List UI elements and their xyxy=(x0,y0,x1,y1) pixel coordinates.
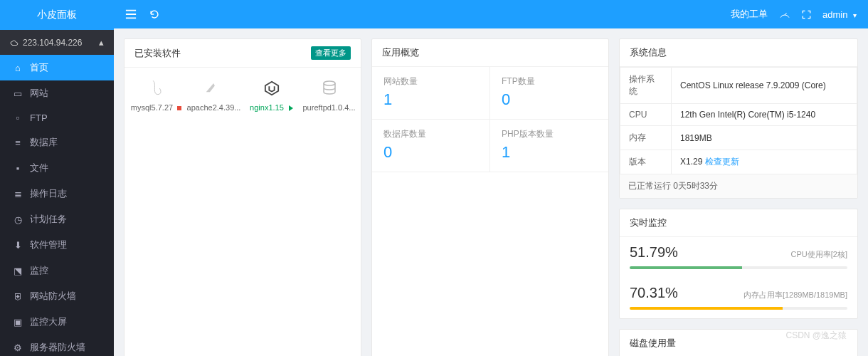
software-icon xyxy=(302,78,356,99)
sysinfo-card: 系统信息 操作系统CentOS Linux release 7.9.2009 (… xyxy=(619,38,858,199)
cloud-icon xyxy=(10,39,18,46)
nav-item-8[interactable]: ⬔监控 xyxy=(0,258,114,283)
view-more-button[interactable]: 查看更多 xyxy=(311,46,351,60)
mem-usage: 70.31% 内存占用率[1289MB/1819MB] xyxy=(620,278,857,318)
software-icon xyxy=(244,78,299,99)
my-tickets-link[interactable]: 我的工单 xyxy=(731,8,768,21)
cpu-bar xyxy=(630,266,742,269)
ip-text: 223.104.94.226 xyxy=(23,38,82,48)
overview-stats: 网站数量1FTP数量0数据库数量0PHP版本数量1 xyxy=(372,67,608,172)
table-row: CPU12th Gen Intel(R) Core(TM) i5-1240 xyxy=(620,104,857,126)
software-item[interactable]: nginx1.15 xyxy=(243,73,300,116)
db-icon: ≡ xyxy=(13,137,23,148)
table-row: 内存1819MB xyxy=(620,126,857,150)
stat-item: PHP版本数量1 xyxy=(490,120,608,172)
card-title: 系统信息 xyxy=(630,46,667,59)
disk-card: 磁盘使用量 51.75%/目录[8.79GB/16.99GB]51.75%/ww… xyxy=(619,329,858,356)
card-title: 实时监控 xyxy=(630,216,667,229)
card-title: 磁盘使用量 xyxy=(630,337,676,350)
nav-item-7[interactable]: ⬇软件管理 xyxy=(0,232,114,258)
nav-item-2[interactable]: ▫FTP xyxy=(0,106,114,130)
refresh-icon[interactable] xyxy=(149,9,159,19)
stat-item: FTP数量0 xyxy=(490,67,608,120)
topbar: 我的工单 admin ▾ xyxy=(114,0,868,28)
nav-item-9[interactable]: ⛨网站防火墙 xyxy=(0,283,114,309)
chart-icon: ⬔ xyxy=(13,266,23,276)
nav-item-10[interactable]: ▣监控大屏 xyxy=(0,309,114,335)
sidebar: 小皮面板 223.104.94.226 ▴ ⌂首页▭网站▫FTP≡数据库▪文件≣… xyxy=(0,0,114,356)
nav-item-5[interactable]: ≣操作日志 xyxy=(0,181,114,206)
monitor-icon: ▭ xyxy=(13,88,23,99)
screen-icon: ▣ xyxy=(13,317,23,328)
nav-item-11[interactable]: ⚙服务器防火墙 xyxy=(0,335,114,356)
software-item[interactable]: mysql5.7.27 xyxy=(127,73,185,116)
clock-icon: ◷ xyxy=(13,214,23,225)
folder-icon: ▪ xyxy=(13,163,23,174)
monitor-card: 实时监控 51.79% CPU使用率[2核] 70.31% 内存占用率[1289… xyxy=(619,209,858,319)
installed-software-card: 已安装软件 查看更多 mysql5.7.27 apache2.4.39... n… xyxy=(124,38,361,356)
nav-item-3[interactable]: ≡数据库 xyxy=(0,130,114,155)
software-item[interactable]: pureftpd1.0.4... xyxy=(300,73,358,116)
chevron-up-icon: ▴ xyxy=(99,37,104,48)
folder-o-icon: ▫ xyxy=(13,112,23,123)
software-icon xyxy=(186,78,241,99)
table-row: 操作系统CentOS Linux release 7.9.2009 (Core) xyxy=(620,68,857,104)
nav-item-0[interactable]: ⌂首页 xyxy=(0,55,114,80)
dashboard-icon[interactable] xyxy=(779,9,790,19)
menu-toggle-icon[interactable] xyxy=(125,9,137,19)
sysinfo-table: 操作系统CentOS Linux release 7.9.2009 (Core)… xyxy=(620,67,857,174)
shield-icon: ⛨ xyxy=(13,291,23,302)
nav-item-1[interactable]: ▭网站 xyxy=(0,80,114,106)
brand-title: 小皮面板 xyxy=(0,0,114,30)
server-icon: ⚙ xyxy=(13,342,23,353)
download-icon: ⬇ xyxy=(13,240,23,251)
ip-switcher[interactable]: 223.104.94.226 ▴ xyxy=(0,30,114,55)
card-title: 应用概览 xyxy=(382,46,419,59)
overview-card: 应用概览 网站数量1FTP数量0数据库数量0PHP版本数量1 xyxy=(371,38,609,356)
software-item[interactable]: apache2.4.39... xyxy=(185,73,243,116)
nav: ⌂首页▭网站▫FTP≡数据库▪文件≣操作日志◷计划任务⬇软件管理⬔监控⛨网站防火… xyxy=(0,55,114,356)
user-menu[interactable]: admin ▾ xyxy=(822,9,857,20)
stat-item: 网站数量1 xyxy=(372,67,490,120)
mem-bar xyxy=(630,307,783,310)
fullscreen-icon[interactable] xyxy=(802,10,811,19)
stat-item: 数据库数量0 xyxy=(372,120,490,172)
nav-item-4[interactable]: ▪文件 xyxy=(0,155,114,181)
software-grid: mysql5.7.27 apache2.4.39... nginx1.15 pu… xyxy=(125,68,361,123)
svg-point-0 xyxy=(324,81,335,85)
card-title: 已安装软件 xyxy=(134,47,181,60)
table-row: 版本X1.29 检查更新 xyxy=(620,150,857,174)
check-update-link[interactable]: 检查更新 xyxy=(705,157,739,167)
home-icon: ⌂ xyxy=(13,63,23,73)
chevron-down-icon: ▾ xyxy=(853,11,857,19)
cpu-usage: 51.79% CPU使用率[2核] xyxy=(620,237,857,278)
list-icon: ≣ xyxy=(13,189,23,199)
software-icon xyxy=(129,78,184,99)
uptime-text: 已正常运行 0天5时33分 xyxy=(620,174,857,198)
nav-item-6[interactable]: ◷计划任务 xyxy=(0,206,114,232)
